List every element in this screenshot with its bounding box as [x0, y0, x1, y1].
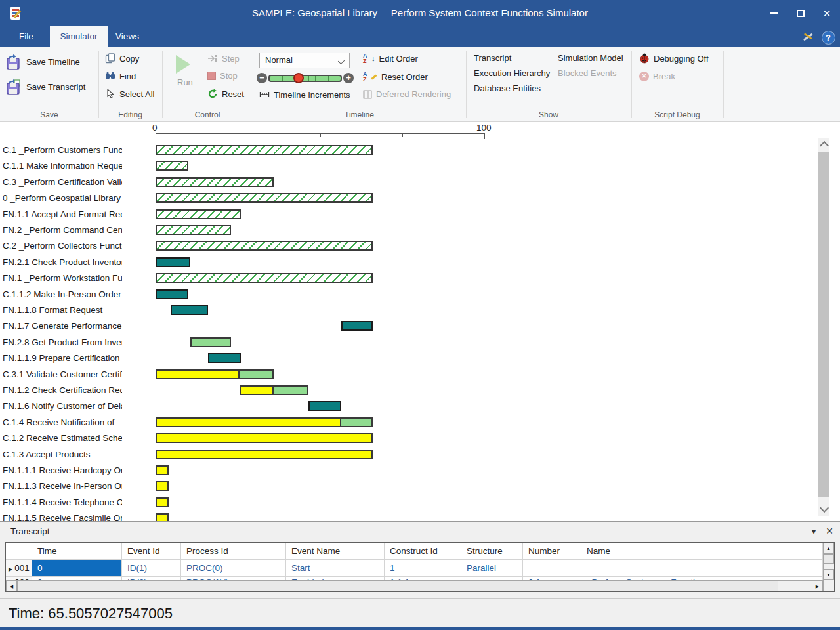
slider-minus-icon[interactable]: − [257, 73, 267, 83]
transcript-cell-time[interactable]: 0 [32, 560, 122, 577]
slider-thumb[interactable] [293, 73, 304, 83]
column-header-time[interactable]: Time [32, 543, 122, 560]
speed-dropdown[interactable]: Normal [259, 52, 350, 68]
transcript-cell-event-id[interactable]: ID(1) [122, 560, 181, 577]
column-header-name[interactable]: Name [581, 543, 823, 560]
transcript-table: TimeEvent IdProcess IdEvent NameConstruc… [5, 542, 835, 592]
gantt-bar-green[interactable] [190, 337, 232, 347]
panel-menu-chevron-icon[interactable]: ▾ [807, 524, 820, 537]
gantt-bar-hatched[interactable] [156, 161, 188, 171]
reset-order-button[interactable]: AZ Reset Order [363, 72, 428, 82]
gantt-bar-yellow[interactable] [156, 369, 240, 379]
column-header-construct-id[interactable]: Construct Id [385, 543, 461, 560]
gantt-bar-hatched[interactable] [156, 177, 274, 187]
column-header-number[interactable]: Number [523, 543, 581, 560]
group-label-script-debug: Script Debug [631, 110, 723, 119]
gantt-bar-yellow[interactable] [156, 481, 169, 491]
timeline-increments-button[interactable]: Timeline Increments [259, 89, 350, 100]
step-button[interactable]: Step [207, 53, 240, 64]
gantt-bar-green[interactable] [238, 369, 274, 379]
show-simulation-model-button[interactable]: Simulation Model [558, 53, 623, 63]
column-header-event-name[interactable]: Event Name [286, 543, 385, 560]
gantt-bar-yellow[interactable] [156, 465, 169, 475]
show-blocked-events-button[interactable]: Blocked Events [558, 68, 617, 78]
timeline-vertical-scrollbar[interactable] [818, 138, 830, 516]
gantt-bar-hatched[interactable] [156, 225, 231, 235]
copy-button[interactable]: Copy [105, 53, 139, 64]
debugging-off-button[interactable]: Debugging Off [639, 53, 709, 64]
show-transcript-button[interactable]: Transcript [474, 53, 511, 63]
gantt-bar-teal[interactable] [156, 289, 188, 299]
gantt-bar-yellow[interactable] [156, 433, 373, 443]
maximize-button[interactable] [791, 5, 810, 21]
edit-order-button[interactable]: AZ ↓ Edit Order [363, 53, 418, 64]
show-database-entities-button[interactable]: Database Entities [474, 83, 541, 93]
scrollbar-thumb[interactable] [818, 152, 830, 497]
gantt-bar-teal[interactable] [171, 305, 209, 315]
ruler-icon [259, 89, 270, 100]
save-timeline-label: Save Timeline [26, 57, 80, 67]
group-label-save: Save [0, 110, 98, 119]
gantt-bar-yellow[interactable] [240, 385, 274, 395]
scroll-up-icon[interactable] [820, 141, 829, 150]
row-header[interactable]: ▶001 [6, 560, 32, 577]
axis-tick [402, 133, 403, 136]
gantt-bar-hatched[interactable] [156, 273, 373, 283]
transcript-cell-process-id[interactable]: PROC(0) [181, 560, 286, 577]
vscroll-thumb[interactable] [823, 554, 834, 564]
transcript-cell-name[interactable] [581, 560, 823, 577]
close-button[interactable]: ✕ [818, 5, 836, 21]
hscroll-right-arrow-icon[interactable]: ▶ [812, 581, 823, 592]
gantt-bar-teal[interactable] [308, 401, 341, 411]
gantt-bar-yellow[interactable] [156, 417, 341, 427]
transcript-cell-event-name[interactable]: Start [286, 560, 385, 577]
column-header-structure[interactable]: Structure [461, 543, 523, 560]
gantt-bar-hatched[interactable] [156, 193, 373, 203]
gantt-bar-yellow[interactable] [156, 513, 169, 521]
tab-file[interactable]: File [10, 26, 42, 47]
slider-track[interactable] [268, 75, 342, 82]
minimize-button[interactable] [765, 5, 784, 21]
gantt-bar-yellow[interactable] [156, 497, 169, 507]
transcript-cell-construct-id[interactable]: 1 [385, 560, 461, 577]
gantt-bar-yellow[interactable] [156, 450, 373, 459]
group-divider [466, 51, 467, 118]
transcript-cell-number[interactable] [523, 560, 581, 577]
gantt-bar-teal[interactable] [208, 353, 241, 363]
slider-plus-icon[interactable]: + [343, 73, 354, 83]
show-execution-hierarchy-button[interactable]: Execution Hierarchy [474, 68, 550, 78]
column-header-process-id[interactable]: Process Id [181, 543, 286, 560]
gantt-bar-hatched[interactable] [156, 209, 241, 219]
gantt-bar-green[interactable] [340, 417, 373, 427]
help-button[interactable]: ? [819, 30, 837, 45]
vscroll-up-arrow-icon[interactable]: ▲ [823, 543, 834, 554]
tab-views[interactable]: Views [110, 26, 144, 47]
gantt-bar-hatched[interactable] [156, 145, 373, 155]
hscroll-left-arrow-icon[interactable]: ◀ [6, 581, 17, 592]
stop-icon [207, 72, 216, 80]
options-wrench-icon[interactable] [801, 30, 815, 43]
break-button[interactable]: ✕ Break [639, 72, 675, 81]
save-transcript-button[interactable]: Save Transcript [5, 79, 85, 94]
column-header-event-id[interactable]: Event Id [122, 543, 181, 560]
hscroll-thumb[interactable] [17, 581, 778, 592]
deferred-rendering-button[interactable]: Deferred Rendering [363, 89, 451, 99]
vscroll-down-arrow-icon[interactable]: ▼ [823, 569, 834, 580]
speed-slider[interactable]: − + [257, 72, 359, 85]
gantt-bar-hatched[interactable] [156, 241, 373, 251]
select-all-button[interactable]: Select All [105, 89, 154, 99]
gantt-bar-green[interactable] [272, 385, 308, 395]
tab-simulator[interactable]: Simulator [50, 26, 108, 47]
run-button[interactable]: Run [169, 51, 201, 89]
stop-button[interactable]: Stop [207, 71, 238, 81]
timeline-row-label: FN.1.2 Check Certification Request [3, 385, 122, 396]
reset-button[interactable]: Reset [207, 89, 244, 99]
find-button[interactable]: Find [105, 71, 136, 81]
panel-close-icon[interactable]: ✕ [823, 524, 836, 537]
timeline-row-label: C.1.3 Accept Products [3, 449, 122, 460]
transcript-cell-structure[interactable]: Parallel [461, 560, 523, 577]
save-timeline-button[interactable]: Save Timeline [5, 54, 80, 70]
scroll-down-icon[interactable] [820, 503, 829, 513]
gantt-bar-teal[interactable] [341, 321, 373, 331]
gantt-bar-teal[interactable] [156, 257, 190, 267]
